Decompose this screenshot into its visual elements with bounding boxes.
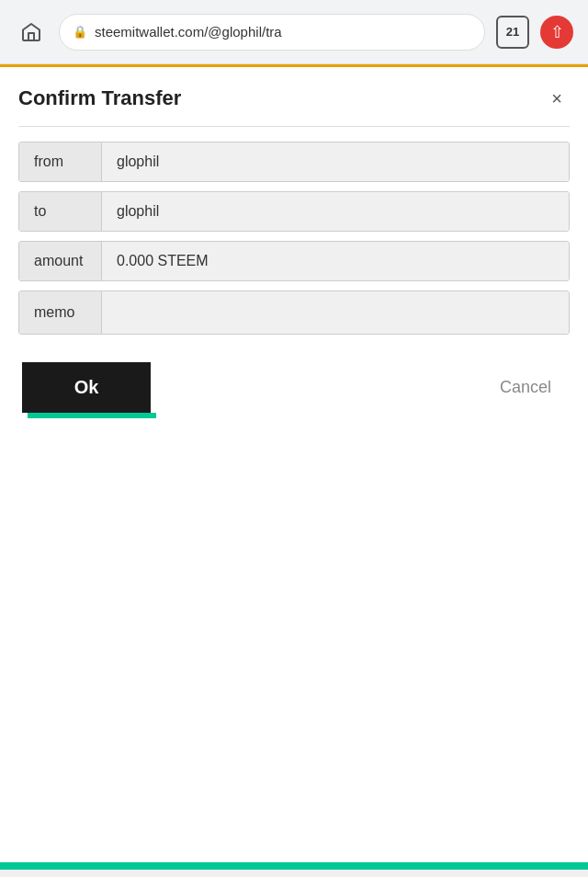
- dialog-title: Confirm Transfer: [18, 86, 181, 110]
- upload-button[interactable]: ⇧: [540, 16, 573, 49]
- memo-row: memo: [18, 290, 570, 335]
- to-value: glophil: [102, 192, 569, 231]
- page-content: Confirm Transfer × from glophil to gloph…: [0, 64, 588, 870]
- ok-button[interactable]: Ok: [22, 362, 151, 413]
- address-bar[interactable]: 🔒 steemitwallet.com/@glophil/tra: [59, 14, 485, 51]
- from-row: from glophil: [18, 142, 570, 182]
- divider: [18, 126, 570, 127]
- close-button[interactable]: ×: [544, 85, 570, 111]
- amount-label: amount: [19, 242, 102, 280]
- amount-value: 0.000 STEEM: [102, 242, 569, 280]
- memo-value[interactable]: [102, 291, 569, 334]
- lock-icon: 🔒: [73, 25, 87, 39]
- memo-label: memo: [19, 291, 102, 334]
- bottom-bar: [0, 862, 588, 870]
- from-label: from: [19, 142, 102, 181]
- dialog-header: Confirm Transfer ×: [18, 85, 570, 111]
- from-value: glophil: [102, 142, 569, 181]
- upload-icon: ⇧: [550, 24, 564, 40]
- to-row: to glophil: [18, 191, 570, 232]
- cancel-button[interactable]: Cancel: [485, 370, 566, 404]
- browser-chrome: 🔒 steemitwallet.com/@glophil/tra 21 ⇧: [0, 0, 588, 64]
- home-icon: [20, 21, 42, 43]
- tab-count: 21: [506, 25, 519, 39]
- tab-count-badge[interactable]: 21: [496, 16, 529, 49]
- home-button[interactable]: [15, 16, 48, 49]
- url-text: steemitwallet.com/@glophil/tra: [95, 24, 282, 40]
- to-label: to: [19, 192, 102, 231]
- button-row: Ok Cancel: [18, 362, 570, 413]
- amount-row: amount 0.000 STEEM: [18, 241, 570, 281]
- confirm-transfer-dialog: Confirm Transfer × from glophil to gloph…: [0, 67, 588, 440]
